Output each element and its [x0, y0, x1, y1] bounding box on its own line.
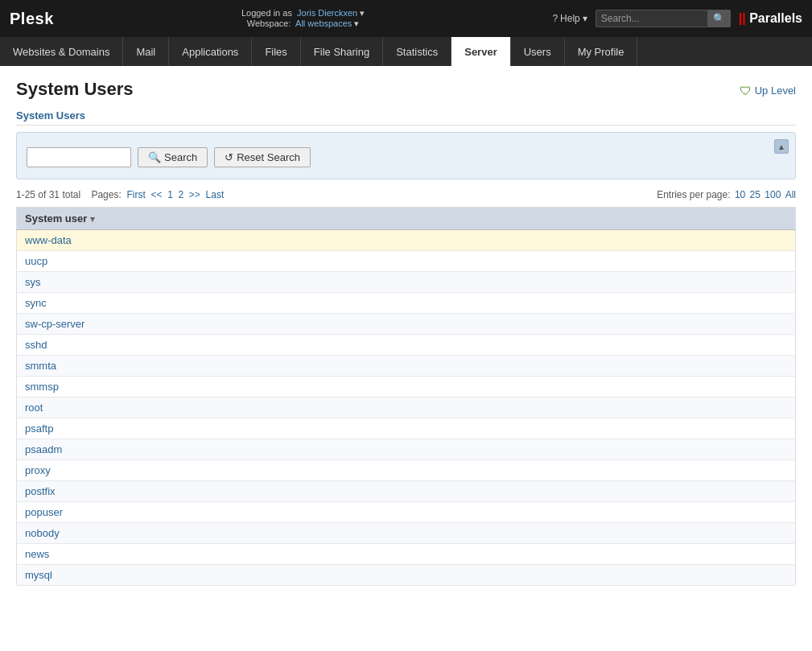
user-link[interactable]: uucp [25, 255, 47, 267]
nav-item-files[interactable]: Files [252, 37, 300, 66]
user-link[interactable]: sync [25, 297, 47, 309]
table-row: mysql [17, 565, 796, 586]
help-button[interactable]: ? Help ▾ [552, 13, 587, 24]
filter-panel: ▲ 🔍 Search ↺ Reset Search [16, 132, 796, 179]
nav-item-file-sharing[interactable]: File Sharing [301, 37, 383, 66]
user-link[interactable]: proxy [25, 464, 51, 476]
nav-item-applications[interactable]: Applications [169, 37, 252, 66]
nav-item-my-profile[interactable]: My Profile [565, 37, 638, 66]
user-cell: popuser [17, 502, 796, 523]
nav-item-users[interactable]: Users [511, 37, 565, 66]
table-row: nobody [17, 523, 796, 544]
reset-search-button[interactable]: ↺ Reset Search [214, 147, 311, 167]
reset-icon: ↺ [225, 151, 233, 163]
page2-link[interactable]: 2 [178, 189, 183, 200]
pagination-bar: 1-25 of 31 total Pages: First << 1 2 >> … [16, 189, 796, 200]
filter-row: 🔍 Search ↺ Reset Search [27, 147, 785, 167]
user-link[interactable]: nobody [25, 527, 60, 539]
search-filter-button[interactable]: 🔍 Search [138, 147, 208, 167]
nav-item-statistics[interactable]: Statistics [383, 37, 451, 66]
prev-page-link[interactable]: << [150, 189, 162, 200]
user-link[interactable]: popuser [25, 506, 63, 518]
last-page-link[interactable]: Last [206, 189, 225, 200]
user-link[interactable]: smmsp [25, 381, 59, 393]
user-cell: sys [17, 272, 796, 293]
user-cell: sw-cp-server [17, 314, 796, 335]
up-level-icon: 🛡 [740, 84, 752, 97]
next-page-link[interactable]: >> [189, 189, 200, 200]
help-label: Help [560, 13, 580, 24]
user-link[interactable]: sw-cp-server [25, 318, 84, 330]
table-row: uucp [17, 251, 796, 272]
user-cell: postfix [17, 481, 796, 502]
user-cell: uucp [17, 251, 796, 272]
column-header-label: System user [25, 212, 87, 225]
sort-arrow-icon: ▾ [90, 214, 95, 224]
page-header: System Users 🛡 Up Level [16, 79, 796, 100]
help-dropdown-arrow: ▾ [583, 13, 587, 24]
page-title: System Users [16, 79, 134, 100]
logged-in-label: Logged in as [241, 8, 292, 18]
nav-item-websites-domains[interactable]: Websites & Domains [0, 37, 123, 66]
user-cell: smmsp [17, 377, 796, 398]
user-cell: psaftp [17, 418, 796, 439]
range-text: 1-25 of 31 total [16, 189, 80, 200]
user-link[interactable]: psaadm [25, 443, 62, 455]
entries-per-page: Entries per page: 10 25 100 All [657, 189, 796, 200]
user-cell: news [17, 544, 796, 565]
entries-100-link[interactable]: 100 [765, 189, 781, 200]
search-filter-label: Search [164, 151, 197, 163]
table-row: smmta [17, 356, 796, 377]
nav-item-mail[interactable]: Mail [123, 37, 169, 66]
user-link[interactable]: smmta [25, 360, 56, 372]
user-link[interactable]: psaftp [25, 422, 53, 435]
pages-label: Pages: [91, 189, 121, 200]
topbar-user-info: Logged in as Joris Dierckxen ▾ Webspace:… [241, 8, 365, 29]
table-row: sync [17, 293, 796, 314]
table-row: sshd [17, 335, 796, 356]
table-row: smmsp [17, 377, 796, 398]
user-link[interactable]: www-data [25, 234, 72, 246]
webspace-label: Webspace: [247, 19, 291, 28]
table-row: sys [17, 272, 796, 293]
page1-link[interactable]: 1 [167, 189, 173, 200]
topbar: Plesk Logged in as Joris Dierckxen ▾ Web… [0, 0, 812, 37]
entries-10-link[interactable]: 10 [735, 189, 745, 200]
user-link[interactable]: sys [25, 276, 41, 288]
user-cell: www-data [17, 230, 796, 251]
user-table-body: www-datauucpsyssyncsw-cp-serversshdsmmta… [17, 230, 796, 586]
up-level-link[interactable]: 🛡 Up Level [740, 84, 796, 97]
parallels-logo: || Parallels [739, 11, 802, 26]
table-row: root [17, 398, 796, 418]
search-filter-input[interactable] [27, 147, 131, 167]
first-page-link[interactable]: First [126, 189, 145, 200]
webspace-link[interactable]: All webspaces [295, 19, 352, 28]
webspace-dropdown-arrow: ▾ [354, 19, 359, 28]
user-cell: sync [17, 293, 796, 314]
nav-item-server[interactable]: Server [451, 37, 510, 66]
global-search-input[interactable] [596, 10, 708, 27]
entries-25-link[interactable]: 25 [750, 189, 760, 200]
user-link[interactable]: news [25, 548, 49, 560]
filter-collapse-button[interactable]: ▲ [774, 139, 789, 154]
user-cell: proxy [17, 460, 796, 481]
section-title: System Users [16, 109, 796, 126]
global-search-button[interactable]: 🔍 [708, 10, 731, 27]
up-level-label: Up Level [755, 84, 796, 97]
user-link[interactable]: sshd [25, 339, 47, 351]
user-link[interactable]: postfix [25, 485, 56, 497]
user-cell: smmta [17, 356, 796, 377]
table-row: psaftp [17, 418, 796, 439]
user-link[interactable]: mysql [25, 569, 52, 581]
username-link[interactable]: Joris Dierckxen [297, 8, 357, 18]
user-link[interactable]: root [25, 402, 43, 414]
entries-all-link[interactable]: All [785, 189, 796, 200]
column-header-system-user[interactable]: System user ▾ [17, 208, 796, 230]
user-cell: nobody [17, 523, 796, 544]
dropdown-arrow: ▾ [360, 8, 365, 18]
search-box: 🔍 [596, 10, 731, 27]
user-cell: root [17, 398, 796, 418]
table-row: sw-cp-server [17, 314, 796, 335]
table-row: www-data [17, 230, 796, 251]
plesk-logo: Plesk [10, 10, 54, 28]
